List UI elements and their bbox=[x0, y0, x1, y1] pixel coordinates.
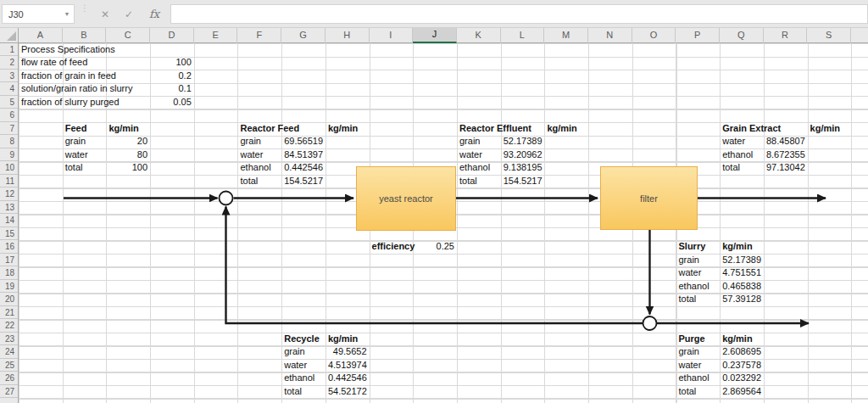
yeast-reactor-label: yeast reactor bbox=[379, 193, 433, 204]
filter-shape[interactable]: filter bbox=[600, 166, 698, 230]
yeast-reactor-shape[interactable]: yeast reactor bbox=[356, 166, 456, 231]
mixer-node[interactable] bbox=[220, 192, 233, 205]
filter-label: filter bbox=[640, 193, 658, 204]
spreadsheet-app: J30 ▼ ⋮ ✕ ✓ fx ABCDEFGHIJKLMNOPQRS 12345… bbox=[0, 0, 868, 403]
splitter-node[interactable] bbox=[643, 316, 657, 330]
